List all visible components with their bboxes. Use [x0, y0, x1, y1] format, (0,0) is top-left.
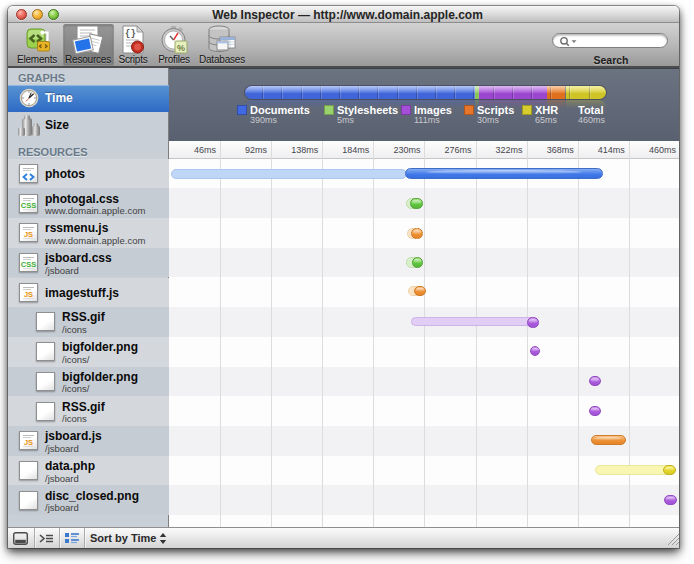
svg-text:{}: {}: [125, 29, 136, 39]
svg-text:%: %: [177, 43, 185, 53]
